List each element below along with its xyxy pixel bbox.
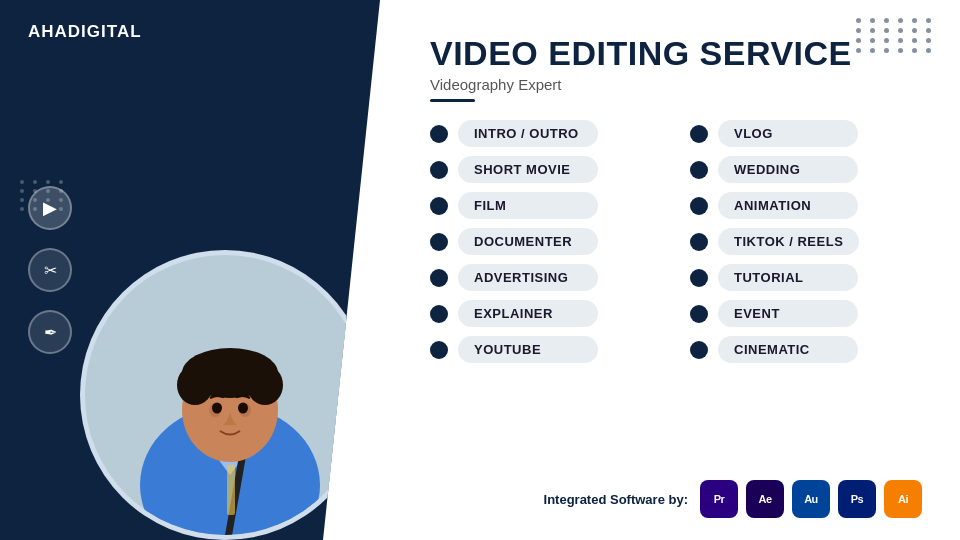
dot-grid-top-right bbox=[856, 18, 935, 53]
decoration-dot bbox=[46, 180, 50, 184]
service-label: TIKTOK / REELS bbox=[718, 228, 859, 255]
service-label: ADVERTISING bbox=[458, 264, 598, 291]
service-dot bbox=[690, 341, 708, 359]
decoration-dot bbox=[926, 18, 931, 23]
decoration-dot bbox=[870, 38, 875, 43]
service-dot bbox=[690, 269, 708, 287]
decoration-dot bbox=[898, 48, 903, 53]
service-item: DOCUMENTER bbox=[430, 228, 660, 255]
decoration-dot bbox=[870, 18, 875, 23]
pen-button[interactable]: ✒ bbox=[28, 310, 72, 354]
decoration-dot bbox=[856, 28, 861, 33]
decoration-dot bbox=[20, 207, 24, 211]
title-underline bbox=[430, 99, 475, 102]
software-label: Integrated Software by: bbox=[544, 492, 688, 507]
service-item: ANIMATION bbox=[690, 192, 920, 219]
services-grid: INTRO / OUTROVLOGSHORT MOVIEWEDDINGFILMA… bbox=[430, 120, 920, 363]
service-item: VLOG bbox=[690, 120, 920, 147]
service-dot bbox=[430, 341, 448, 359]
service-dot bbox=[690, 125, 708, 143]
service-label: YOUTUBE bbox=[458, 336, 598, 363]
service-label: DOCUMENTER bbox=[458, 228, 598, 255]
decoration-dot bbox=[884, 38, 889, 43]
icon-buttons: ▶ ✂ ✒ bbox=[28, 186, 72, 354]
service-dot bbox=[690, 161, 708, 179]
service-dot bbox=[690, 305, 708, 323]
service-item: TIKTOK / REELS bbox=[690, 228, 920, 255]
svg-point-12 bbox=[238, 403, 248, 414]
svg-point-8 bbox=[247, 365, 283, 405]
decoration-dot bbox=[870, 28, 875, 33]
service-label: EXPLAINER bbox=[458, 300, 598, 327]
decoration-dot bbox=[898, 28, 903, 33]
software-icon-au: Au bbox=[792, 480, 830, 518]
service-label: VLOG bbox=[718, 120, 858, 147]
service-dot bbox=[430, 233, 448, 251]
service-item: ADVERTISING bbox=[430, 264, 660, 291]
decoration-dot bbox=[856, 38, 861, 43]
service-label: TUTORIAL bbox=[718, 264, 858, 291]
service-label: CINEMATIC bbox=[718, 336, 858, 363]
decoration-dot bbox=[926, 48, 931, 53]
service-item: CINEMATIC bbox=[690, 336, 920, 363]
main-title: VIDEO EDITING SERVICE bbox=[430, 35, 920, 72]
decoration-dot bbox=[884, 18, 889, 23]
decoration-dot bbox=[20, 189, 24, 193]
software-icon-ps: Ps bbox=[838, 480, 876, 518]
person-circle bbox=[80, 250, 370, 540]
decoration-dot bbox=[926, 38, 931, 43]
software-section: Integrated Software by: PrAeAuPsAi bbox=[544, 480, 922, 518]
service-item: YOUTUBE bbox=[430, 336, 660, 363]
person-wrapper bbox=[70, 160, 380, 540]
decoration-dot bbox=[856, 18, 861, 23]
service-item: EVENT bbox=[690, 300, 920, 327]
decoration-dot bbox=[856, 48, 861, 53]
svg-rect-13 bbox=[227, 465, 235, 515]
software-icons: PrAeAuPsAi bbox=[700, 480, 922, 518]
decoration-dot bbox=[912, 18, 917, 23]
service-dot bbox=[690, 197, 708, 215]
service-item: SHORT MOVIE bbox=[430, 156, 660, 183]
decoration-dot bbox=[926, 28, 931, 33]
decoration-dot bbox=[20, 180, 24, 184]
service-dot bbox=[430, 125, 448, 143]
service-item: WEDDING bbox=[690, 156, 920, 183]
service-label: WEDDING bbox=[718, 156, 858, 183]
decoration-dot bbox=[912, 28, 917, 33]
service-dot bbox=[690, 233, 708, 251]
blade-button[interactable]: ✂ bbox=[28, 248, 72, 292]
decoration-dot bbox=[884, 28, 889, 33]
brand-logo: AHADIGITAL bbox=[28, 22, 142, 42]
service-label: SHORT MOVIE bbox=[458, 156, 598, 183]
decoration-dot bbox=[912, 38, 917, 43]
play-button[interactable]: ▶ bbox=[28, 186, 72, 230]
svg-point-7 bbox=[177, 365, 213, 405]
decoration-dot bbox=[59, 180, 63, 184]
decoration-dot bbox=[870, 48, 875, 53]
service-label: EVENT bbox=[718, 300, 858, 327]
service-item: TUTORIAL bbox=[690, 264, 920, 291]
left-panel: AHADIGITAL ▶ ✂ ✒ bbox=[0, 0, 380, 540]
service-label: FILM bbox=[458, 192, 598, 219]
decoration-dot bbox=[898, 38, 903, 43]
software-icon-ai: Ai bbox=[884, 480, 922, 518]
pen-icon: ✒ bbox=[44, 323, 57, 342]
service-dot bbox=[430, 197, 448, 215]
software-icon-ae: Ae bbox=[746, 480, 784, 518]
decoration-dot bbox=[912, 48, 917, 53]
blade-icon: ✂ bbox=[44, 261, 57, 280]
decoration-dot bbox=[20, 198, 24, 202]
service-item: FILM bbox=[430, 192, 660, 219]
service-label: ANIMATION bbox=[718, 192, 858, 219]
service-dot bbox=[430, 161, 448, 179]
service-item: INTRO / OUTRO bbox=[430, 120, 660, 147]
svg-point-11 bbox=[212, 403, 222, 414]
service-item: EXPLAINER bbox=[430, 300, 660, 327]
decoration-dot bbox=[884, 48, 889, 53]
right-panel: VIDEO EDITING SERVICE Videography Expert… bbox=[380, 0, 960, 540]
service-dot bbox=[430, 305, 448, 323]
service-dot bbox=[430, 269, 448, 287]
subtitle: Videography Expert bbox=[430, 76, 920, 93]
software-icon-pr: Pr bbox=[700, 480, 738, 518]
service-label: INTRO / OUTRO bbox=[458, 120, 598, 147]
